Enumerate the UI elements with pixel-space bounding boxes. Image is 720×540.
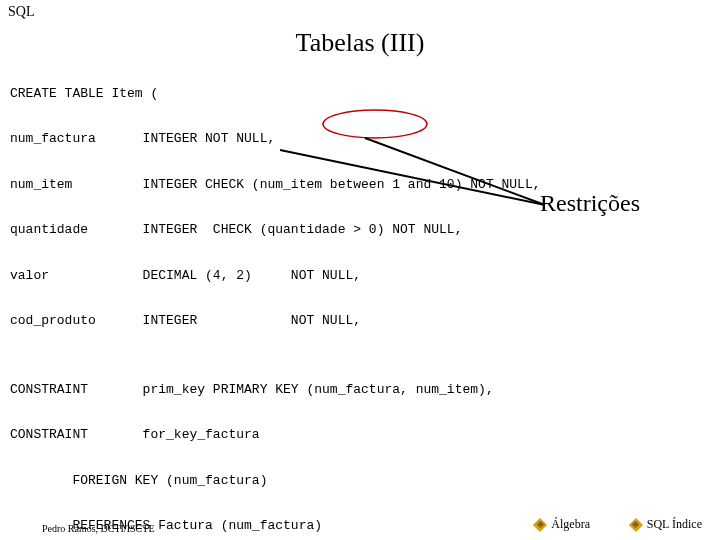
callout-label: Restrições	[540, 190, 640, 217]
diamond-icon	[631, 520, 641, 530]
code-line: quantidade INTEGER CHECK (quantidade > 0…	[10, 222, 462, 237]
footer-author: Pedro Ramos, DCTI/ISCTE	[42, 523, 155, 534]
diamond-icon	[535, 520, 545, 530]
page-title: Tabelas (III)	[0, 28, 720, 58]
link-algebra-label: Álgebra	[551, 517, 590, 532]
sql-code-block: CREATE TABLE Item ( num_factura INTEGER …	[10, 60, 541, 540]
code-line: cod_produto INTEGER NOT NULL,	[10, 313, 361, 328]
top-label: SQL	[8, 4, 34, 20]
code-line: CONSTRAINT for_key_factura	[10, 427, 260, 442]
link-sql-index-label: SQL Índice	[647, 517, 702, 532]
link-algebra[interactable]: Álgebra	[535, 517, 590, 532]
code-line: CONSTRAINT prim_key PRIMARY KEY (num_fac…	[10, 382, 494, 397]
code-line: num_factura INTEGER NOT NULL,	[10, 131, 275, 146]
code-line: valor DECIMAL (4, 2) NOT NULL,	[10, 268, 361, 283]
code-line: CREATE TABLE Item (	[10, 86, 158, 101]
link-sql-index[interactable]: SQL Índice	[631, 517, 702, 532]
code-line: num_item INTEGER CHECK (num_item between…	[10, 177, 541, 192]
code-line: FOREIGN KEY (num_factura)	[10, 473, 267, 488]
